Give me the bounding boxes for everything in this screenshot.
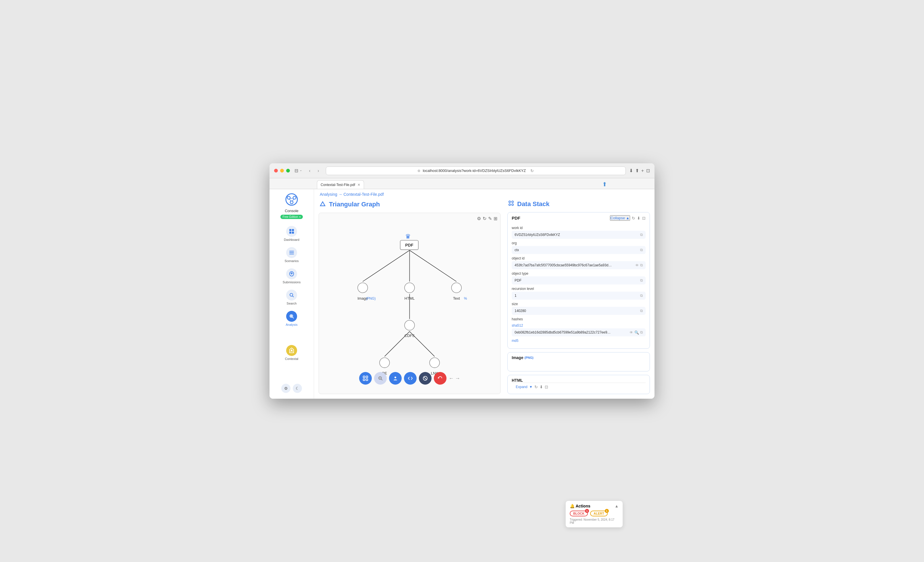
copy-sha512-button[interactable]: ⧉ bbox=[640, 330, 643, 335]
html-data-card: HTML Expand ▼ ↻ ⬇ ⊡ bbox=[507, 375, 650, 394]
zoom-fit-button[interactable] bbox=[359, 372, 372, 385]
svg-rect-45 bbox=[366, 379, 368, 381]
active-tab[interactable]: Contextal-Test-File.pdf ✕ bbox=[317, 180, 364, 189]
contextal-label: Contextal bbox=[285, 357, 298, 360]
collapse-button[interactable]: Collapse ▲ bbox=[610, 215, 630, 221]
tab-close-button[interactable]: ✕ bbox=[357, 183, 360, 187]
svg-point-36 bbox=[405, 320, 415, 330]
url-bar[interactable]: ⊜ localhost:8000/analysis?work-id=6VDZSI… bbox=[326, 166, 626, 175]
search-label: Search bbox=[287, 302, 297, 305]
nav-next-button[interactable]: → bbox=[455, 375, 460, 381]
copy-recursion-level-button[interactable]: ⧉ bbox=[640, 293, 643, 298]
graph-filter-button[interactable]: ⚙ bbox=[477, 216, 481, 221]
analysis-label: Analysis bbox=[286, 323, 298, 326]
edition-badge: Free Edition bbox=[280, 215, 303, 219]
minimize-traffic-light[interactable] bbox=[280, 169, 284, 172]
pdf-data-card: PDF Collapse ▲ ↻ ⬇ ⊡ bbox=[507, 212, 650, 349]
graph-edit-button[interactable]: ✎ bbox=[488, 216, 492, 221]
mac-window: ⊟ ⌄ ‹ › ⊜ localhost:8000/analysis?work-i… bbox=[270, 163, 654, 399]
hide-button[interactable] bbox=[419, 372, 432, 385]
html-card-download[interactable]: ⬇ bbox=[540, 385, 543, 389]
svg-rect-42 bbox=[363, 376, 365, 378]
view-object-id-button[interactable]: 👁 bbox=[635, 263, 639, 268]
field-size: size 140280 ⧉ bbox=[512, 302, 646, 315]
field-work-id-value: 6VDZ51rbIyIUZsS6FDvlkKYZ ⧉ bbox=[512, 231, 646, 239]
maximize-traffic-light[interactable] bbox=[286, 169, 290, 172]
nav-prev-button[interactable]: ← bbox=[449, 375, 454, 381]
html-card-expand[interactable]: ⊡ bbox=[545, 385, 548, 389]
cloud-upload-icon[interactable]: ⬆ bbox=[602, 181, 607, 189]
sidebar-item-submissions[interactable]: Submissions bbox=[272, 266, 312, 286]
svg-text:Text: Text bbox=[453, 296, 460, 300]
sidebar-bottom: ⚙ ☾ bbox=[279, 381, 304, 395]
field-size-value: 140280 ⧉ bbox=[512, 307, 646, 315]
field-org-label: org bbox=[512, 241, 646, 245]
person-button[interactable] bbox=[389, 372, 402, 385]
graph-title-text: Triangular Graph bbox=[329, 200, 380, 208]
contextal-icon[interactable] bbox=[286, 345, 297, 356]
card-expand-button[interactable]: ⊡ bbox=[642, 216, 646, 220]
actions-badges: 1 BLOCK 1 ALERT bbox=[570, 511, 619, 516]
card-download-button[interactable]: ⬇ bbox=[637, 216, 640, 220]
copy-object-type-button[interactable]: ⧉ bbox=[640, 278, 643, 283]
search-sha512-button[interactable]: 🔍 bbox=[634, 330, 639, 335]
graph-refresh-button[interactable]: ↻ bbox=[483, 216, 486, 221]
html-card-refresh[interactable]: ↻ bbox=[534, 385, 538, 389]
field-size-label: size bbox=[512, 302, 646, 306]
svg-rect-43 bbox=[366, 376, 368, 378]
refresh-icon[interactable]: ↻ bbox=[530, 169, 534, 173]
submissions-label: Submissions bbox=[283, 280, 300, 284]
sidebar-item-scenarios[interactable]: Scenarios bbox=[272, 245, 312, 265]
actions-collapse-button[interactable]: ▲ bbox=[615, 504, 619, 508]
field-md5: md5 bbox=[512, 339, 646, 343]
sidebar-item-search[interactable]: Search bbox=[272, 287, 312, 307]
view-sha512-button[interactable]: 👁 bbox=[630, 330, 633, 335]
svg-point-33 bbox=[452, 283, 461, 293]
field-sha512-label[interactable]: sha512 bbox=[512, 323, 646, 327]
copy-object-id-button[interactable]: ⧉ bbox=[640, 263, 643, 268]
field-md5-label[interactable]: md5 bbox=[512, 339, 646, 343]
sidebar-toggle[interactable]: ⊟ ⌄ bbox=[294, 168, 302, 173]
download-icon[interactable]: ⬇ bbox=[629, 168, 633, 173]
tab-overview-icon[interactable]: ⊡ bbox=[646, 168, 650, 173]
forward-button[interactable]: › bbox=[314, 167, 322, 174]
svg-line-21 bbox=[410, 250, 456, 282]
sidebar-logo bbox=[285, 193, 298, 208]
svg-text:%: % bbox=[464, 296, 467, 300]
svg-text:(PNG): (PNG) bbox=[366, 296, 376, 300]
block-badge: 1 BLOCK bbox=[570, 511, 588, 516]
breadcrumb-part2[interactable]: Contextal-Test-File.pdf bbox=[344, 192, 384, 197]
zoom-out-button[interactable] bbox=[374, 372, 387, 385]
settings-button[interactable]: ⚙ bbox=[281, 384, 291, 393]
field-hashes: hashes bbox=[512, 317, 646, 321]
share-icon[interactable]: ⬆ bbox=[635, 168, 639, 173]
new-tab-icon[interactable]: + bbox=[641, 168, 644, 173]
copy-size-button[interactable]: ⧉ bbox=[640, 309, 643, 313]
titlebar-right-actions: ⬇ ⬆ + ⊡ bbox=[629, 168, 650, 173]
breadcrumb: Analysing → Contextal-Test-File.pdf bbox=[314, 189, 654, 199]
reset-button[interactable] bbox=[434, 372, 447, 385]
breadcrumb-part1[interactable]: Analysing bbox=[320, 192, 337, 197]
card-refresh-button[interactable]: ↻ bbox=[632, 216, 635, 220]
sidebar-item-dashboard[interactable]: Dashboard bbox=[272, 224, 312, 244]
bottom-toolbar: ← → bbox=[359, 372, 460, 385]
field-object-type: object type PDF ⧉ bbox=[512, 272, 646, 284]
two-col-layout: Triangular Graph ⚙ ↻ ✎ ⊞ bbox=[314, 199, 654, 399]
theme-toggle-button[interactable]: ☾ bbox=[293, 384, 302, 393]
copy-work-id-button[interactable]: ⧉ bbox=[640, 233, 643, 237]
submissions-icon bbox=[286, 268, 297, 279]
contextal-section: Contextal bbox=[285, 345, 298, 360]
svg-rect-44 bbox=[363, 379, 365, 381]
expand-bar[interactable]: Expand ▼ ↻ ⬇ ⊡ bbox=[512, 383, 646, 391]
copy-org-button[interactable]: ⧉ bbox=[640, 248, 643, 252]
back-button[interactable]: ‹ bbox=[306, 167, 314, 174]
svg-rect-11 bbox=[290, 251, 294, 251]
field-org-value: ctx ⧉ bbox=[512, 246, 646, 254]
svg-point-18 bbox=[291, 315, 292, 317]
close-traffic-light[interactable] bbox=[274, 169, 278, 172]
graph-expand-button[interactable]: ⊞ bbox=[494, 216, 497, 221]
sidebar-item-analysis[interactable]: Analysis bbox=[272, 309, 312, 329]
html-card-title: HTML bbox=[512, 378, 646, 383]
code-button[interactable] bbox=[404, 372, 417, 385]
svg-point-28 bbox=[358, 283, 368, 293]
